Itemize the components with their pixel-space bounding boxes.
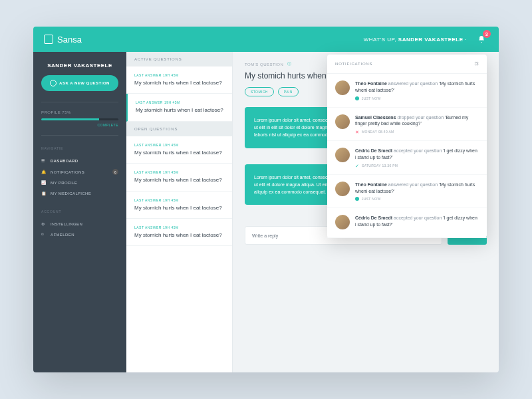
- sidebar: SANDER VAKASTEELE ASK A NEW QUESTION PRO…: [33, 52, 126, 372]
- logo-icon: [44, 35, 53, 44]
- question-card[interactable]: LAST ANSWER 19H 45M My stomich hurts whe…: [126, 66, 232, 94]
- nav-dashboard[interactable]: ☰DASHBOARD: [41, 156, 118, 166]
- sidebar-username: SANDER VAKASTEELE: [41, 63, 118, 68]
- avatar: [335, 80, 350, 95]
- nav-logout[interactable]: ⎋AFMELDEN: [41, 229, 118, 240]
- notification-time: ✕ MONDAY 08.40 AM: [355, 130, 479, 134]
- medical-icon: 📋: [41, 191, 47, 196]
- notifications-header: NOTIFICATIONS: [327, 55, 487, 74]
- nav-title: ACCOUNT: [41, 209, 118, 213]
- section-open: OPEN QUESTIONS: [126, 122, 232, 136]
- section-active: ACTIVE QUESTIONS: [126, 52, 232, 66]
- notification-time: ✓ SATURDAY 13.30 PM: [355, 164, 479, 168]
- nav-section-account: ACCOUNT ⚙INSTELLINGEN ⎋AFMELDEN: [41, 209, 118, 240]
- avatar: [335, 182, 350, 196]
- header-right: WHAT'S UP, SANDER VAKASTEELE · 3: [364, 33, 488, 46]
- nav-settings[interactable]: ⚙INSTELLINGEN: [41, 219, 118, 229]
- greeting: WHAT'S UP, SANDER VAKASTEELE ·: [364, 37, 467, 43]
- notification-time: JUST NOW: [355, 96, 479, 100]
- question-card[interactable]: LAST ANSWER 19H 45M My stomich hurts whe…: [126, 219, 232, 246]
- notification-item[interactable]: Théo Fontaine answered your question 'My…: [327, 74, 487, 108]
- question-card[interactable]: LAST ANSWER 19H 45M My stomich hurts whe…: [126, 192, 232, 219]
- app-window: Sansa WHAT'S UP, SANDER VAKASTEELE · 3 S…: [33, 27, 499, 372]
- nav-notifications[interactable]: 🔔NOTIFICATIONS6: [41, 166, 118, 178]
- divider: [41, 102, 118, 102]
- info-icon[interactable]: ⓘ: [287, 61, 292, 67]
- notification-item[interactable]: Cédric De Smedt accepted your question '…: [327, 208, 487, 238]
- question-card[interactable]: LAST ANSWER 19H 45M My stomich hurts whe…: [126, 164, 232, 191]
- bell-icon: 🔔: [41, 170, 47, 175]
- dashboard-icon: ☰: [41, 158, 47, 164]
- nav-medical[interactable]: 📋MY MEDICALFICHE: [41, 188, 118, 199]
- avatar: [335, 114, 350, 129]
- question-card[interactable]: LAST ANSWER 19H 45M My stomich hurts whe…: [126, 136, 232, 164]
- notification-badge: 3: [483, 30, 491, 38]
- notifications-bell[interactable]: 3: [475, 33, 488, 46]
- logo-text: Sansa: [57, 35, 82, 45]
- notification-item[interactable]: Cédric De Smedt accepted your question '…: [327, 141, 487, 175]
- logo[interactable]: Sansa: [44, 35, 82, 45]
- divider: [41, 135, 118, 136]
- tag[interactable]: PAIN: [278, 87, 299, 96]
- gear-icon[interactable]: [473, 61, 479, 66]
- avatar: [335, 215, 350, 229]
- avatar: [335, 148, 350, 162]
- question-card[interactable]: LAST ANSWER 19H 45M My stomich hurts whe…: [126, 94, 232, 121]
- logout-icon: ⎋: [41, 232, 47, 237]
- complete-label[interactable]: COMPLETE: [41, 123, 118, 127]
- tag[interactable]: STOMICH: [245, 87, 274, 96]
- profile-icon: 📈: [41, 180, 47, 186]
- ask-question-button[interactable]: ASK A NEW QUESTION: [41, 75, 118, 91]
- notification-item[interactable]: Samuel Claessens dropped your question '…: [327, 108, 487, 142]
- profile-label: PROFILE 75%: [41, 110, 118, 114]
- notification-time: JUST NOW: [355, 197, 479, 201]
- nav-title: NAVIGATIE: [41, 146, 118, 150]
- notification-item[interactable]: Théo Fontaine answered your question 'My…: [327, 175, 487, 209]
- gear-icon: ⚙: [41, 221, 47, 227]
- nav-section-main: NAVIGATIE ☰DASHBOARD 🔔NOTIFICATIONS6 📈MY…: [41, 146, 118, 199]
- nav-badge: 6: [112, 169, 118, 175]
- header: Sansa WHAT'S UP, SANDER VAKASTEELE · 3: [33, 27, 499, 52]
- nav-profile[interactable]: 📈MY PROFILE: [41, 178, 118, 188]
- question-list: ACTIVE QUESTIONS LAST ANSWER 19H 45M My …: [126, 52, 233, 372]
- profile-progress: [41, 118, 118, 120]
- notifications-panel: NOTIFICATIONS Théo Fontaine answered you…: [327, 55, 487, 238]
